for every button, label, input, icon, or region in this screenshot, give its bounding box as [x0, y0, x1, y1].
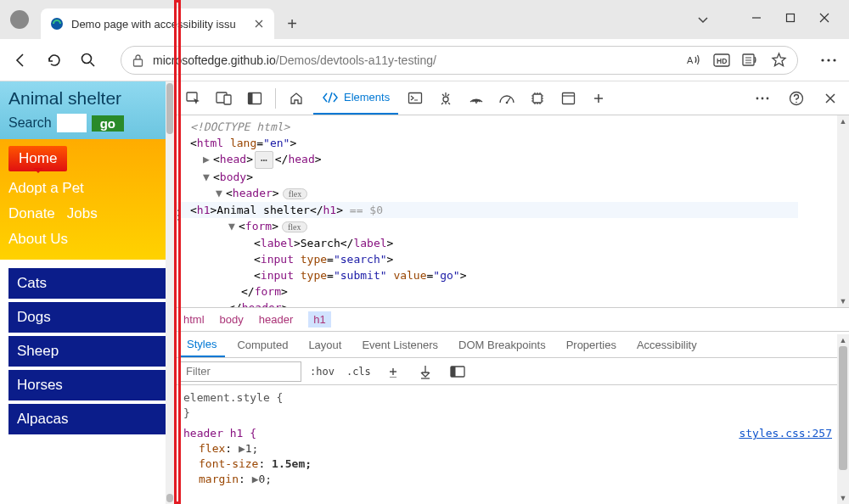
- page-header: Animal shelter Search go: [0, 81, 174, 139]
- svg-point-45: [762, 97, 764, 99]
- more-tabs-button[interactable]: [585, 85, 612, 112]
- styles-filter-input[interactable]: [178, 361, 301, 382]
- crumb-body[interactable]: body: [220, 313, 244, 326]
- tab-properties[interactable]: Properties: [558, 332, 625, 357]
- tab-dom-breakpoints[interactable]: DOM Breakpoints: [450, 332, 554, 357]
- favorites-icon[interactable]: [771, 52, 787, 68]
- svg-point-1: [54, 21, 59, 26]
- help-icon[interactable]: [783, 85, 810, 112]
- category-item[interactable]: Dogs: [8, 302, 166, 333]
- device-toggle-icon[interactable]: [211, 85, 238, 112]
- category-list: Cats Dogs Sheep Horses Alpacas: [0, 260, 174, 446]
- page-scrollbar[interactable]: [166, 81, 174, 504]
- crumb-h1[interactable]: h1: [308, 311, 330, 328]
- svg-point-15: [827, 59, 829, 61]
- svg-text:A: A: [687, 55, 694, 65]
- svg-rect-21: [249, 92, 253, 104]
- elements-tab[interactable]: Elements: [313, 82, 398, 115]
- new-tab-button[interactable]: +: [279, 11, 305, 36]
- styles-scrollbar[interactable]: ▲▼: [837, 334, 849, 504]
- search-input[interactable]: [57, 114, 87, 132]
- svg-rect-19: [224, 95, 231, 104]
- nav-donate[interactable]: Donate: [8, 205, 55, 222]
- close-button[interactable]: [817, 10, 832, 25]
- tab-event-listeners[interactable]: Event Listeners: [353, 332, 447, 357]
- crumb-html[interactable]: html: [183, 313, 205, 326]
- styles-toolbar: :hov .cls: [175, 358, 849, 385]
- devtools-menu-button[interactable]: [749, 85, 776, 112]
- svg-line-5: [91, 62, 95, 66]
- refresh-button[interactable]: [44, 50, 65, 70]
- sources-tab-icon[interactable]: [432, 85, 459, 112]
- tab-close-button[interactable]: [252, 17, 266, 31]
- crumb-header[interactable]: header: [259, 313, 293, 326]
- tab-computed[interactable]: Computed: [228, 332, 296, 357]
- welcome-tab-icon[interactable]: [283, 85, 310, 112]
- tabs-chevron-icon[interactable]: [697, 15, 709, 24]
- tab-layout[interactable]: Layout: [300, 332, 350, 357]
- browser-tab[interactable]: Demo page with accessibility issu: [41, 8, 274, 39]
- nav-jobs[interactable]: Jobs: [67, 205, 98, 222]
- tab-styles[interactable]: Styles: [178, 332, 225, 357]
- nav-adopt[interactable]: Adopt a Pet: [8, 180, 166, 197]
- devtools-toolbar: Elements: [175, 81, 849, 115]
- read-aloud-icon[interactable]: A: [686, 53, 701, 67]
- computed-sidebar-icon[interactable]: [444, 358, 471, 385]
- go-button[interactable]: go: [92, 115, 124, 132]
- nav-about[interactable]: About Us: [8, 231, 166, 248]
- devtools-close-button[interactable]: [817, 85, 844, 112]
- content-area: Animal shelter Search go Home Adopt a Pe…: [0, 81, 849, 504]
- profile-avatar[interactable]: [10, 10, 29, 29]
- stylesheet-link[interactable]: styles.css:257: [739, 426, 832, 441]
- cls-toggle[interactable]: .cls: [343, 366, 374, 378]
- search-button[interactable]: [78, 50, 98, 70]
- minimize-button[interactable]: [749, 10, 764, 25]
- svg-point-26: [506, 101, 509, 104]
- nav-home[interactable]: Home: [8, 146, 67, 171]
- panel-toggle-icon[interactable]: [241, 85, 268, 112]
- category-item[interactable]: Sheep: [8, 336, 166, 367]
- hd-badge-icon[interactable]: HD: [713, 53, 730, 67]
- memory-tab-icon[interactable]: [524, 85, 551, 112]
- svg-point-48: [796, 101, 797, 103]
- styles-pane[interactable]: element.style { } header h1 {styles.css:…: [175, 385, 849, 504]
- styles-tabbar: Styles Computed Layout Event Listeners D…: [175, 331, 849, 358]
- svg-rect-54: [451, 367, 456, 377]
- devtools-panel: ⋮ Elements: [174, 81, 849, 504]
- svg-text:HD: HD: [717, 56, 727, 64]
- category-item[interactable]: Alpacas: [8, 404, 166, 434]
- devtools-body: <!DOCTYPE html> <html lang="en"> ▶<head>…: [175, 115, 849, 504]
- svg-rect-27: [533, 94, 542, 103]
- elements-tree[interactable]: <!DOCTYPE html> <html lang="en"> ▶<head>…: [175, 115, 849, 307]
- flex-overlay-icon[interactable]: [412, 358, 439, 385]
- category-item[interactable]: Cats: [8, 268, 166, 299]
- maximize-button[interactable]: [783, 10, 798, 25]
- performance-tab-icon[interactable]: [493, 85, 520, 112]
- url-box[interactable]: microsoftedge.github.io/Demos/devtools-a…: [121, 46, 798, 75]
- console-tab-icon[interactable]: [402, 85, 429, 112]
- new-style-button[interactable]: [380, 358, 407, 385]
- back-button[interactable]: [10, 50, 31, 70]
- titlebar: Demo page with accessibility issu +: [0, 0, 849, 39]
- category-item[interactable]: Horses: [8, 370, 166, 400]
- network-tab-icon[interactable]: [463, 85, 490, 112]
- svg-point-14: [821, 59, 824, 61]
- elements-scrollbar[interactable]: ▲▼: [837, 115, 849, 307]
- edge-favicon: [49, 16, 65, 31]
- svg-point-44: [756, 97, 759, 99]
- hov-toggle[interactable]: :hov: [306, 366, 338, 378]
- lock-icon[interactable]: [132, 53, 144, 67]
- page-search-form: Search go: [8, 114, 166, 132]
- svg-rect-6: [134, 59, 143, 66]
- tab-accessibility[interactable]: Accessibility: [628, 332, 706, 357]
- menu-button[interactable]: [818, 50, 839, 70]
- page-title: Animal shelter: [8, 88, 166, 109]
- inspect-icon[interactable]: [180, 85, 207, 112]
- svg-rect-22: [409, 93, 422, 104]
- application-tab-icon[interactable]: [554, 85, 582, 112]
- address-bar: microsoftedge.github.io/Demos/devtools-a…: [0, 39, 849, 81]
- devtools-resize-handle[interactable]: ⋮: [171, 207, 185, 223]
- reading-mode-icon[interactable]: [742, 53, 759, 67]
- svg-point-23: [443, 97, 448, 102]
- svg-point-4: [82, 53, 92, 63]
